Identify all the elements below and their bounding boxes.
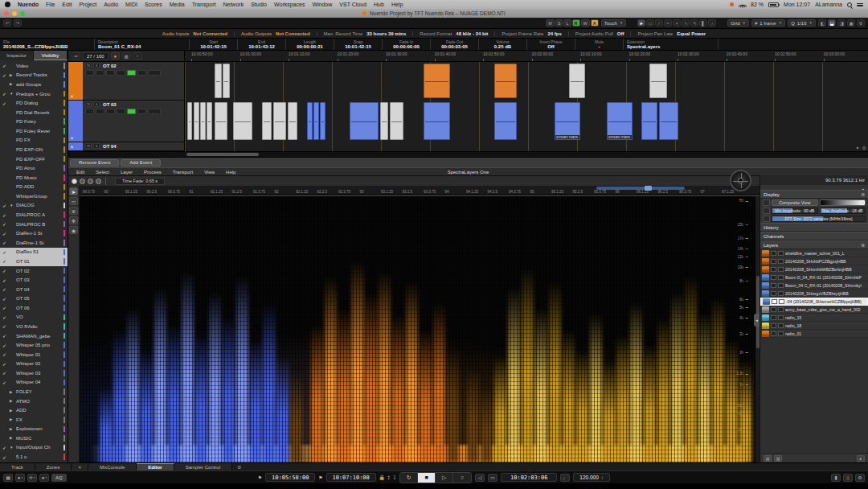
layer-row[interactable]: 20140208_SHsxgxVBZBhsytjHBB	[760, 290, 868, 298]
info-field-fadein[interactable]: Fade-In00:00:00:00	[383, 39, 431, 50]
info-field-snap[interactable]: Snap10:01:42:15	[334, 39, 383, 50]
tool-icon-7[interactable]: ▌	[699, 19, 707, 27]
redo-icon[interactable]: ↷	[14, 19, 22, 27]
expand-arrow-icon[interactable]: ▶	[10, 399, 16, 403]
expand-arrow-icon[interactable]: ▶	[10, 409, 16, 413]
close-window-button[interactable]	[4, 11, 9, 16]
menu-item-project[interactable]: Project	[79, 2, 96, 7]
visibility-check-icon[interactable]: ✓	[2, 212, 10, 218]
spectrogram-vertical-scrollbar[interactable]	[755, 196, 760, 462]
time-format-button[interactable]: ▭	[488, 474, 497, 482]
tool-icon-3[interactable]: ✂	[664, 19, 672, 27]
layer-solo-toggle[interactable]	[778, 267, 784, 272]
snap-mode-select[interactable]: Grid▼	[727, 19, 749, 27]
sidebar-item-dialproc-a[interactable]: ✓DIALPROC A	[0, 210, 68, 220]
tool-icon-0[interactable]: ►	[637, 19, 645, 27]
stop-button[interactable]: ■	[418, 473, 436, 483]
layer-solo-toggle[interactable]	[778, 251, 784, 256]
editor-menu-transport[interactable]: Transport	[167, 170, 199, 175]
wifi-icon[interactable]	[739, 2, 746, 7]
menu-item-transport[interactable]: Transport	[192, 2, 216, 7]
layer-solo-toggle[interactable]	[778, 259, 784, 264]
audio-event[interactable]	[569, 64, 585, 98]
panel-collapse-handle[interactable]: ◂	[754, 314, 760, 327]
display-mode-2-icon[interactable]	[80, 179, 85, 184]
layer-solo-toggle[interactable]	[778, 275, 784, 280]
editor-menu-view[interactable]: View	[199, 170, 220, 175]
spectrogram-time-ruler[interactable]: 89.3.759090.1.2590.2.590.3.759191.1.2591…	[80, 186, 760, 195]
record-enable-button[interactable]	[85, 109, 94, 114]
cycle-button[interactable]: ↻	[400, 473, 418, 483]
record-button[interactable]: ○	[453, 473, 471, 483]
info-field-description[interactable]: DescriptionBoom_01 C_RX-04	[95, 39, 190, 50]
layer-row[interactable]: 20140208_SHvhbPCZBgpxjHBB	[760, 257, 868, 265]
menu-item-scores[interactable]: Scores	[145, 2, 162, 7]
expand-arrow-icon[interactable]: ▶	[10, 73, 16, 77]
menu-item-edit[interactable]: Edit	[62, 2, 72, 7]
mute-button[interactable]: m	[85, 101, 92, 107]
close-zone-tab-button[interactable]: ×	[72, 463, 88, 471]
sidebar-item-whisper-05-prio[interactable]: ✓Whisper 05 prio	[0, 340, 68, 350]
visibility-check-icon[interactable]: ✓	[2, 445, 10, 450]
sidebar-item-whisper-01[interactable]: ✓Whisper 01	[0, 350, 68, 360]
monitor-button[interactable]	[96, 109, 104, 114]
automation-s-button[interactable]: S	[555, 19, 563, 27]
sidebar-item-diarev-51[interactable]: ✓DiaRev 51	[0, 248, 68, 257]
remove-event-button[interactable]: Remove Event	[70, 159, 119, 166]
audio-event[interactable]	[194, 102, 199, 140]
setup-window-layout-button[interactable]: ⚙	[857, 19, 865, 27]
visibility-check-icon[interactable]: ✓	[2, 333, 10, 339]
spotlight-search-icon[interactable]	[847, 2, 852, 7]
menu-item-media[interactable]: Media	[170, 2, 185, 7]
layer-visible-toggle[interactable]	[771, 323, 776, 328]
display-mode-3-icon[interactable]	[88, 179, 93, 184]
info-field-volume[interactable]: Volume0.25 dB	[479, 39, 527, 50]
visibility-check-icon[interactable]: ✓	[2, 296, 10, 302]
editor-menu-select[interactable]: Select	[90, 170, 115, 175]
visibility-check-icon[interactable]: ✓	[2, 221, 10, 227]
find-track-icon[interactable]: ⌕	[133, 52, 142, 60]
collapse-arrow-icon[interactable]: ▼	[10, 446, 16, 450]
layer-row[interactable]: radio_01	[760, 330, 868, 338]
menu-item-vst-cloud[interactable]: VST Cloud	[339, 2, 366, 7]
grid-type-select[interactable]: #1 frame▼	[751, 19, 785, 27]
layer-visible-toggle[interactable]	[771, 307, 776, 312]
punch-in-icon[interactable]: ↥	[387, 475, 391, 480]
transport-settings-icon[interactable]: ⚙	[855, 474, 865, 482]
metronome-select[interactable]: ●▾	[39, 474, 49, 482]
visibility-check-icon[interactable]: ✓	[2, 286, 10, 292]
punch-mode-select[interactable]: ✛▾	[27, 474, 37, 482]
expand-arrow-icon[interactable]: ▶	[10, 417, 16, 421]
collapse-arrow-icon[interactable]: ▼	[10, 203, 16, 208]
mute-button[interactable]: m	[85, 143, 92, 149]
control-center-icon[interactable]	[857, 2, 863, 7]
sidebar-item-pd-foley-rever[interactable]: PD Foley Rever	[0, 126, 68, 136]
write-automation-button[interactable]	[117, 109, 125, 114]
solo-button[interactable]: s	[93, 63, 100, 68]
visibility-check-icon[interactable]: ✓	[2, 305, 10, 310]
menu-item-studio[interactable]: Studio	[251, 2, 267, 7]
audio-event[interactable]	[215, 102, 227, 140]
edit-channel-button[interactable]	[137, 70, 146, 76]
visibility-check-icon[interactable]: ✓	[2, 91, 10, 97]
audio-event[interactable]: scream mans	[607, 102, 633, 140]
sidebar-item-ot-05[interactable]: ✓OT 05	[0, 294, 68, 303]
history-section-header[interactable]: History	[760, 223, 868, 232]
sidebar-item-atmo[interactable]: ▶ATMO	[0, 397, 68, 406]
sidebar-item-ot-02[interactable]: ✓OT 02	[0, 266, 68, 276]
visibility-check-icon[interactable]: ✓	[2, 361, 10, 367]
info-field-end[interactable]: End10:01:43:12	[238, 39, 286, 50]
layer-visible-toggle[interactable]	[771, 283, 776, 288]
audio-quantize-badge[interactable]: AQ	[51, 474, 67, 482]
sidebar-item-pd-exp-on[interactable]: PD EXP-ON	[0, 145, 68, 154]
visibility-check-icon[interactable]: ✓	[2, 314, 10, 320]
layer-visible-toggle[interactable]	[771, 267, 776, 272]
sidebar-item-vo[interactable]: ✓VO	[0, 313, 68, 323]
sidebar-item-record-tracks[interactable]: ✓▶Record Tracks	[0, 71, 68, 80]
sidebar-item-ot-03[interactable]: ✓OT 03	[0, 275, 68, 285]
layer-visible-toggle[interactable]	[771, 251, 776, 256]
sidebar-item-ot-01[interactable]: ✓OT 01	[0, 257, 68, 266]
max-amplitude-slider[interactable]: Max Amplitude: -18 dB	[820, 208, 866, 214]
tool-icon-4[interactable]: ×	[673, 19, 681, 27]
layer-solo-toggle[interactable]	[778, 307, 784, 312]
